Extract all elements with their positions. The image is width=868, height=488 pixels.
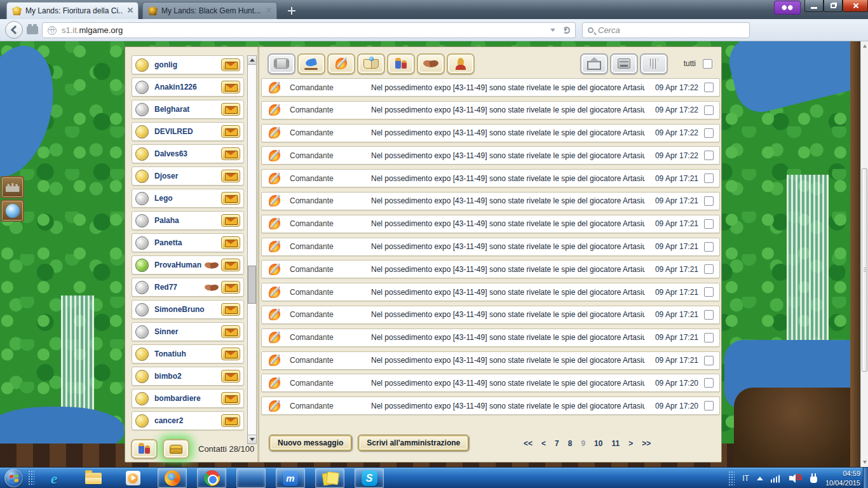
message-checkbox[interactable] [704,287,714,297]
trash-button[interactable] [640,53,668,74]
taskbar-firefox[interactable] [158,468,187,488]
clock[interactable]: 04:59 10/04/2015 [825,469,860,487]
message-checkbox[interactable] [704,378,714,388]
send-message-button[interactable] [221,392,240,405]
message-row[interactable]: ComandanteNel possedimento expo [43-11-4… [261,238,720,256]
send-message-button[interactable] [221,103,240,116]
page-9[interactable]: 9 [581,439,585,448]
taskbar-flstudio[interactable] [236,468,266,488]
taskbar-ie[interactable]: e [39,468,69,488]
message-row[interactable]: ComandanteNel possedimento expo [43-11-4… [261,306,720,324]
language-indicator[interactable]: IT [742,474,749,483]
message-row[interactable]: ComandanteNel possedimento expo [43-11-4… [261,169,720,187]
reload-icon[interactable] [563,27,570,34]
select-all-checkbox[interactable] [703,59,712,69]
message-checkbox[interactable] [704,173,714,183]
url-dropdown-icon[interactable] [550,29,555,32]
diplomacy-handshake-button[interactable] [417,53,445,74]
reports-scroll-button[interactable] [268,53,295,74]
message-row[interactable]: ComandanteNel possedimento expo [43-11-4… [261,260,720,278]
message-row[interactable]: ComandanteNel possedimento expo [43-11-4… [261,192,720,210]
tab-mylands-fioritura[interactable]: My Lands: Fioritura della Ci... [6,2,139,19]
browser-scrollbar[interactable] [860,41,868,467]
taskbar-chrome[interactable] [197,468,226,488]
contact-row[interactable]: Panetta [132,233,244,252]
send-message-button[interactable] [221,303,240,316]
volume-muted-icon[interactable] [789,473,802,484]
contact-row[interactable]: Red77 [132,278,244,297]
page-11[interactable]: 11 [611,439,620,448]
contact-row[interactable]: Sinner [132,322,244,341]
mark-read-envelope-button[interactable] [580,53,608,74]
message-row[interactable]: ComandanteNel possedimento expo [43-11-4… [261,396,720,415]
contact-row[interactable]: Palaha [132,211,244,230]
new-tab-button[interactable] [283,4,300,17]
scrollbar-thumb[interactable] [862,168,867,372]
message-checkbox[interactable] [704,105,714,115]
taskbar-maxthon[interactable]: m [276,468,305,488]
map-portal-button[interactable] [1,200,24,222]
scroll-up-button[interactable] [862,42,868,50]
send-message-button[interactable] [221,370,240,383]
message-row[interactable]: ComandanteNel possedimento expo [43-11-4… [261,124,720,142]
contacts-people-button[interactable] [131,439,158,459]
contact-row[interactable]: cancer2 [132,411,244,430]
window-restore-button[interactable] [824,0,843,12]
message-checkbox[interactable] [704,242,714,252]
messenger-bird-button[interactable] [297,53,325,74]
contacts-scrollbar[interactable] [247,55,257,444]
contact-row[interactable]: gonlig [132,55,244,74]
message-row[interactable]: ComandanteNel possedimento expo [43-11-4… [261,215,720,233]
message-checkbox[interactable] [704,151,714,160]
message-row[interactable]: ComandanteNel possedimento expo [43-11-4… [261,283,720,301]
battle-sword-button[interactable] [327,53,355,74]
tab-close-icon[interactable] [126,6,133,15]
send-message-button[interactable] [221,281,240,294]
page-next[interactable]: > [628,439,633,448]
message-row[interactable]: ComandanteNel possedimento expo [43-11-4… [261,78,720,97]
contacts-chest-button[interactable] [163,439,189,459]
commander-button[interactable] [447,53,475,74]
write-admin-button[interactable]: Scrivi all'amministrazione [358,435,469,451]
send-message-button[interactable] [221,325,240,338]
map-castle-button[interactable] [1,176,24,198]
hidden-icons-arrow[interactable] [757,477,763,480]
contact-row[interactable]: Lego [132,189,244,208]
page-prev[interactable]: < [541,439,546,448]
message-checkbox[interactable] [704,219,714,229]
search-input[interactable] [598,25,725,35]
power-plug-icon[interactable] [810,473,818,484]
scroll-up-button[interactable] [248,56,256,65]
contact-row[interactable]: Dalves63 [132,144,244,163]
send-message-button[interactable] [221,348,240,360]
send-message-button[interactable] [221,214,240,227]
message-checkbox[interactable] [704,333,714,342]
tab-mylands-blackgem[interactable]: My Lands: Black Gem Hunt... [142,2,277,19]
session-history-icon[interactable] [27,26,38,34]
message-checkbox[interactable] [704,401,714,410]
send-message-button[interactable] [221,58,240,71]
message-row[interactable]: ComandanteNel possedimento expo [43-11-4… [261,101,720,119]
start-button[interactable] [4,469,23,487]
scrollbar-thumb[interactable] [248,266,256,304]
science-book-button[interactable] [357,53,385,74]
contact-row[interactable]: Belgharat [132,100,244,119]
tab-close-icon[interactable] [265,6,271,15]
page-10[interactable]: 10 [594,439,602,448]
back-button[interactable] [5,21,23,39]
page-prevprev[interactable]: << [524,439,532,448]
taskbar-skype[interactable]: S [355,468,384,488]
contact-row[interactable]: Djoser [132,166,244,186]
contact-row[interactable]: bombardiere [132,389,244,408]
send-message-button[interactable] [221,259,240,271]
window-close-button[interactable] [843,0,868,12]
send-message-button[interactable] [221,236,240,249]
network-signal-icon[interactable] [771,474,782,483]
message-row[interactable]: ComandanteNel possedimento expo [43-11-4… [261,351,720,370]
taskbar-explorer[interactable] [79,468,108,488]
url-bar[interactable]: s1.it. mlgame.org [42,22,576,38]
taskbar-notes[interactable] [315,468,344,488]
new-message-button[interactable]: Nuovo messaggio [269,435,352,451]
message-checkbox[interactable] [704,196,714,206]
send-message-button[interactable] [221,414,240,427]
